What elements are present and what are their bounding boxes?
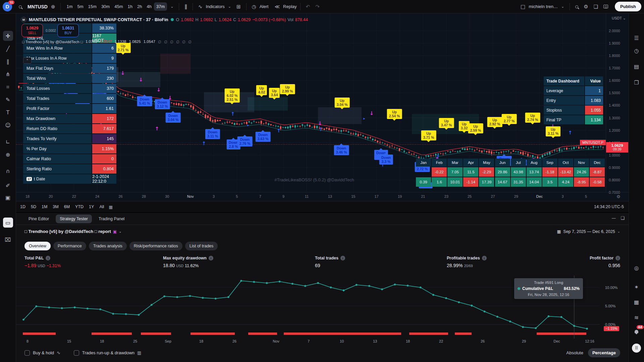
lock-tool-icon[interactable]: ▣ [3, 192, 13, 202]
chat-icon[interactable]: ❐ [632, 77, 642, 87]
currency-selector[interactable]: USDT ⌄ [612, 16, 626, 20]
subtab-overview[interactable]: Overview [24, 242, 51, 250]
subtab-performance[interactable]: Performance [53, 242, 86, 250]
replay-icon[interactable]: ≪ [272, 4, 282, 10]
tab-pine-editor[interactable]: Pine Editor [24, 215, 53, 223]
sell-button[interactable]: 1.0629SELL [21, 24, 43, 37]
alert-clock-icon[interactable]: ◷ [250, 4, 258, 10]
timeframe-15m[interactable]: 15m [86, 2, 99, 11]
tab-strategy-tester[interactable]: Strategy Tester [56, 215, 92, 223]
indicators-button[interactable]: Indicators [206, 4, 224, 9]
fullscreen-icon[interactable]: ❏ [592, 4, 600, 10]
trash-tool-icon[interactable]: ⌧ [3, 235, 13, 245]
range-1d[interactable]: 1D [20, 204, 25, 209]
range-3m[interactable]: 3M [53, 204, 58, 209]
range-all[interactable]: All [99, 204, 104, 209]
range-1m[interactable]: 1M [42, 204, 47, 209]
info-icon[interactable]: i [615, 256, 620, 260]
collapse-indicator-button[interactable]: ⌃ [23, 57, 32, 64]
settings-gear-icon[interactable]: ⚙ [582, 4, 590, 10]
layout-grid-icon[interactable]: ⊞ [234, 4, 243, 10]
zoom-tool-icon[interactable]: ⊕ [3, 149, 13, 160]
timeframe-4h[interactable]: 4h [144, 2, 154, 11]
timeframe-37m[interactable]: 37m [154, 2, 167, 11]
draw-tool-icon[interactable]: ✐ [3, 180, 13, 190]
pitchfork-tool-icon[interactable]: ⋔ [3, 69, 13, 79]
patterns-tool-icon[interactable]: ⌗ [3, 82, 13, 92]
quick-search-icon[interactable] [573, 4, 580, 9]
add-symbol-icon[interactable]: ⊕ [49, 4, 57, 10]
marker-tool-icon[interactable]: ▭ [3, 218, 13, 228]
indicators-chevron-icon[interactable]: ⌄ [226, 4, 233, 9]
streams-icon[interactable]: ≋ [632, 312, 642, 322]
undo-icon[interactable]: ↶ [304, 4, 312, 10]
trend-line-tool-icon[interactable]: ╱ [3, 44, 13, 54]
absolute-button[interactable]: Absolute [566, 350, 583, 355]
runup-toggle[interactable]: Trades run-up & drawdown ▥ [74, 350, 142, 356]
target-icon[interactable]: ◎ [632, 263, 642, 273]
buy-button[interactable]: 1.0631BUY [57, 24, 79, 37]
subtab-list-of-trades[interactable]: List of trades [185, 242, 218, 250]
strategy-legend[interactable]: □ Trendhoo [v5] by @DaviddTech □1.07021.… [22, 40, 192, 44]
notifications-icon[interactable]: 44 [632, 326, 642, 337]
ideas-icon[interactable]: ✶ [632, 282, 642, 292]
report-chevron-icon[interactable]: ⌄ [119, 230, 121, 233]
apps-icon[interactable]: ⠿ [632, 343, 642, 353]
info-icon[interactable]: i [340, 256, 345, 260]
timeframe-chevron-icon[interactable]: ⌄ [168, 4, 175, 9]
timeframe-5m[interactable]: 5m [75, 2, 86, 11]
info-icon[interactable]: i [209, 256, 213, 260]
buy-hold-toggle[interactable]: Buy & hold ∿ [24, 350, 60, 356]
indicators-icon[interactable]: ∿ [196, 4, 205, 10]
user-avatar[interactable]: D 11 [3, 2, 12, 11]
date-range-selector[interactable]: ▦ Sep 7, 2025 — Dec 6, 2025 ⌄ [557, 229, 620, 234]
price-scale[interactable]: USDT ⌄ 2.00001.90001.80001.70001.60001.5… [606, 13, 629, 192]
time-axis[interactable]: ⚙ 18202224262830Nov357911131517192123252… [16, 192, 629, 201]
equity-curve-chart[interactable]: Trade #591 Long Cumulative P&L843.52% Fr… [16, 276, 629, 339]
search-icon[interactable] [17, 4, 24, 9]
timeframe-30m[interactable]: 30m [99, 2, 112, 11]
subtab-risk-performance-ratios[interactable]: Risk/performance ratios [129, 242, 182, 250]
runup-checkbox[interactable] [74, 350, 79, 356]
range-5d[interactable]: 5D [31, 204, 36, 209]
publish-button[interactable]: Publish [615, 2, 641, 11]
price-chart[interactable]: M MANTLEUSD TETHER PERPETUAL SWAP CONTRA… [16, 13, 629, 201]
timeframe-2h[interactable]: 2h [135, 2, 144, 11]
subtab-trades-analysis[interactable]: Trades analysis [89, 242, 127, 250]
report-icon[interactable]: ▣ [113, 229, 117, 234]
data-window-icon[interactable]: ▤ [632, 61, 642, 71]
info-icon[interactable]: i [46, 256, 50, 260]
percentage-button[interactable]: Percentage [588, 348, 620, 357]
emoji-tool-icon[interactable]: ☺ [3, 120, 13, 130]
range-ytd[interactable]: YTD [75, 204, 84, 209]
measure-tool-icon[interactable]: ∟ [3, 137, 13, 147]
watchlist-icon[interactable]: ☰ [632, 33, 642, 43]
layout-chevron-icon[interactable]: ⌄ [559, 4, 566, 9]
brush-tool-icon[interactable]: ✎ [3, 95, 13, 105]
range-1y[interactable]: 1Y [89, 204, 94, 209]
symbol-search-button[interactable]: MNTUSD [28, 4, 48, 9]
symbol-title[interactable]: MANTLEUSD TETHER PERPETUAL SWAP CONTRACT… [29, 17, 168, 22]
timeframe-1h[interactable]: 1h [125, 2, 135, 11]
timeframe-45m[interactable]: 45m [112, 2, 125, 11]
layout-name-button[interactable]: michieln tren… [529, 4, 558, 9]
candle-style-icon[interactable]: ǁ [182, 4, 189, 10]
panel-minimize-icon[interactable]: — [611, 216, 616, 221]
chart-clock[interactable]: 14:34:20 UTC-5 [594, 204, 624, 209]
go-to-date-icon[interactable]: ▦ [109, 204, 113, 209]
magnet-tool-icon[interactable]: ∩ [3, 166, 13, 176]
screenshot-camera-icon[interactable] [601, 4, 610, 9]
alert-button[interactable]: Alert [260, 4, 269, 9]
layout-single-icon[interactable]: □ [519, 4, 527, 10]
crosshair-tool-icon[interactable]: ✛ [3, 31, 13, 41]
redo-icon[interactable]: ↷ [313, 4, 322, 10]
replay-button[interactable]: Replay [283, 4, 297, 9]
calendar-icon[interactable]: ▦ [632, 297, 642, 307]
range-6m[interactable]: 6M [64, 204, 70, 209]
axis-settings-gear-icon[interactable]: ⚙ [616, 194, 621, 199]
info-icon[interactable]: i [482, 256, 487, 260]
panel-maximize-icon[interactable]: ❏ [621, 216, 625, 221]
text-tool-icon[interactable]: T [3, 107, 13, 117]
tab-trading-panel[interactable]: Trading Panel [95, 215, 128, 223]
timeframe-1m[interactable]: 1m [64, 2, 75, 11]
